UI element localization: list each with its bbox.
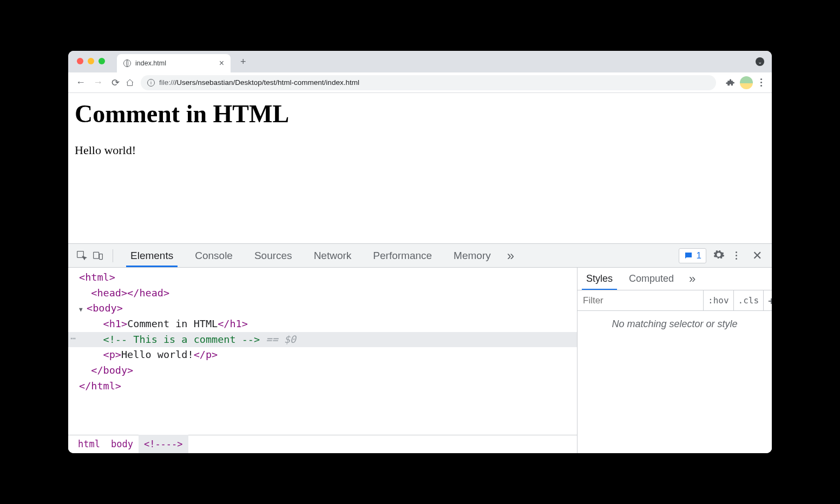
back-button[interactable] [74, 76, 88, 90]
devtools-panel: Elements Console Sources Network Perform… [68, 243, 772, 453]
cls-toggle[interactable]: .cls [733, 290, 764, 310]
minimize-window-button[interactable] [88, 58, 94, 64]
new-tab-button[interactable]: + [234, 56, 253, 68]
dom-tree[interactable]: <html> <head></head> <body> <h1>Comment … [68, 268, 577, 435]
globe-icon [123, 59, 131, 67]
tabs-dropdown-icon[interactable]: ⌄ [756, 57, 764, 66]
site-info-icon[interactable]: i [147, 79, 155, 87]
inspect-element-icon[interactable] [74, 248, 90, 264]
browser-tab[interactable]: index.html × [117, 54, 231, 72]
crumb-body[interactable]: body [106, 435, 139, 453]
browser-window: index.html × + ⌄ i file:///Users/nsebast… [68, 51, 772, 453]
dom-line-selected[interactable]: <!-- This is a comment --> == $0 [68, 332, 577, 348]
tab-console[interactable]: Console [184, 244, 244, 267]
tab-strip: index.html × + ⌄ [68, 51, 772, 72]
page-heading: Comment in HTML [75, 100, 765, 128]
maximize-window-button[interactable] [99, 58, 105, 64]
devtools-body: <html> <head></head> <body> <h1>Comment … [68, 268, 772, 453]
dom-line[interactable]: </html> [68, 379, 577, 394]
extensions-button[interactable] [723, 76, 737, 90]
close-tab-button[interactable]: × [219, 58, 224, 68]
tab-title: index.html [135, 59, 166, 67]
styles-tabbar: Styles Computed » [578, 268, 772, 290]
close-window-button[interactable] [77, 58, 83, 64]
devtools-close-button[interactable]: ✕ [748, 249, 766, 263]
forward-button[interactable] [91, 76, 105, 90]
crumb-html[interactable]: html [73, 435, 106, 453]
dom-line[interactable]: </body> [68, 363, 577, 379]
svg-rect-2 [100, 254, 103, 259]
device-toggle-icon[interactable] [90, 248, 106, 264]
settings-icon[interactable] [713, 249, 725, 263]
reload-button[interactable] [108, 76, 122, 90]
dom-line[interactable]: <p>Hello world!</p> [68, 347, 577, 363]
issues-count: 1 [697, 250, 701, 261]
tab-styles[interactable]: Styles [582, 268, 617, 290]
more-tabs-icon[interactable]: » [502, 248, 520, 263]
styles-panel: Styles Computed » :hov .cls + No matchin… [577, 268, 772, 453]
tab-sources[interactable]: Sources [244, 244, 303, 267]
devtools-tabbar: Elements Console Sources Network Perform… [68, 244, 772, 268]
window-controls [77, 58, 105, 64]
tab-elements[interactable]: Elements [120, 244, 184, 267]
expand-caret-icon[interactable] [79, 301, 87, 316]
page-paragraph: Hello world! [75, 143, 765, 157]
profile-avatar[interactable] [740, 76, 753, 89]
address-bar[interactable]: i file:///Users/nsebastian/Desktop/test/… [141, 75, 716, 90]
new-style-button[interactable]: + [763, 290, 772, 310]
divider [113, 249, 113, 262]
tab-memory[interactable]: Memory [443, 244, 502, 267]
dom-line[interactable]: <html> [68, 270, 577, 286]
dom-line[interactable]: <head></head> [68, 286, 577, 301]
breadcrumb: html body <!--​--> [68, 435, 577, 453]
issues-badge[interactable]: 1 [679, 248, 706, 263]
no-match-message: No matching selector or style [578, 311, 772, 337]
tab-computed[interactable]: Computed [625, 268, 678, 290]
dom-line[interactable]: <body> [68, 301, 577, 316]
browser-menu-button[interactable] [756, 78, 766, 87]
page-content: Comment in HTML Hello world! [68, 93, 772, 243]
more-styles-tabs-icon[interactable]: » [689, 272, 695, 286]
styles-filterbar: :hov .cls + [578, 290, 772, 311]
tab-performance[interactable]: Performance [362, 244, 443, 267]
devtools-menu-button[interactable] [731, 251, 741, 260]
home-button[interactable] [126, 78, 134, 87]
elements-panel: <html> <head></head> <body> <h1>Comment … [68, 268, 577, 453]
hov-toggle[interactable]: :hov [703, 290, 733, 310]
styles-filter-input[interactable] [578, 295, 703, 306]
dom-line[interactable]: <h1>Comment in HTML</h1> [68, 316, 577, 332]
url-text: file:///Users/nsebastian/Desktop/test/ht… [159, 78, 359, 87]
crumb-comment[interactable]: <!--​--> [139, 435, 188, 453]
browser-toolbar: i file:///Users/nsebastian/Desktop/test/… [68, 72, 772, 93]
svg-rect-1 [94, 252, 99, 258]
tab-network[interactable]: Network [303, 244, 363, 267]
